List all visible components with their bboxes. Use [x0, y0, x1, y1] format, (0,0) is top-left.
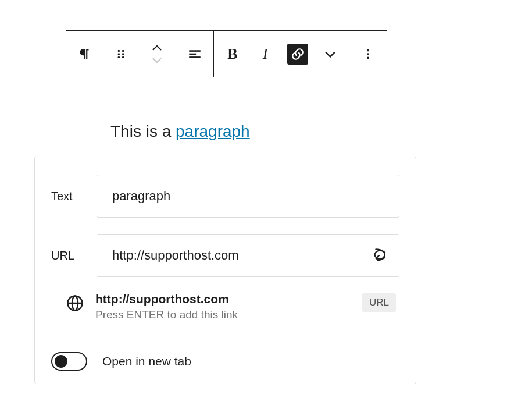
chevron-up-icon[interactable]: [152, 45, 162, 52]
link-url-input[interactable]: [97, 234, 399, 277]
url-badge: URL: [362, 293, 396, 312]
svg-point-3: [122, 53, 124, 55]
open-new-tab-toggle[interactable]: [51, 352, 87, 371]
toolbar-group-align: [176, 31, 214, 77]
paragraph-block[interactable]: This is a paragraph: [110, 122, 250, 141]
more-options-icon[interactable]: [358, 44, 379, 65]
align-left-icon[interactable]: [184, 44, 205, 65]
toolbar-group-block: [66, 31, 176, 77]
svg-point-4: [118, 56, 120, 58]
toolbar-group-options: [349, 31, 387, 77]
paragraph-prefix: This is a: [110, 122, 176, 140]
drag-handle-icon[interactable]: [110, 44, 131, 65]
link-url-label: URL: [51, 249, 97, 262]
link-button[interactable]: [287, 44, 308, 65]
svg-point-11: [367, 56, 369, 59]
bold-button[interactable]: B: [222, 44, 243, 65]
globe-icon: [66, 294, 84, 314]
paragraph-icon[interactable]: [74, 44, 95, 65]
move-up-down[interactable]: [147, 44, 167, 65]
svg-point-10: [367, 53, 369, 55]
link-text-label: Text: [51, 190, 97, 203]
more-rich-text-icon[interactable]: [320, 44, 341, 65]
block-toolbar: B I: [66, 30, 387, 77]
toolbar-group-inline: B I: [214, 31, 349, 77]
italic-button[interactable]: I: [255, 44, 276, 65]
suggestion-title: http://supporthost.com: [95, 292, 351, 306]
chevron-down-icon[interactable]: [152, 56, 162, 63]
paragraph-link[interactable]: paragraph: [176, 122, 250, 140]
svg-point-0: [118, 49, 120, 52]
svg-point-1: [122, 49, 124, 52]
svg-point-9: [367, 49, 369, 51]
open-new-tab-label: Open in new tab: [102, 354, 191, 368]
link-suggestion[interactable]: http://supporthost.com Press ENTER to ad…: [51, 289, 399, 326]
submit-link-icon[interactable]: [372, 246, 388, 265]
link-popover: Text URL: [34, 157, 416, 384]
link-text-input[interactable]: [97, 175, 399, 218]
suggestion-hint: Press ENTER to add this link: [95, 308, 351, 321]
svg-point-2: [118, 53, 120, 55]
svg-point-5: [122, 56, 124, 58]
